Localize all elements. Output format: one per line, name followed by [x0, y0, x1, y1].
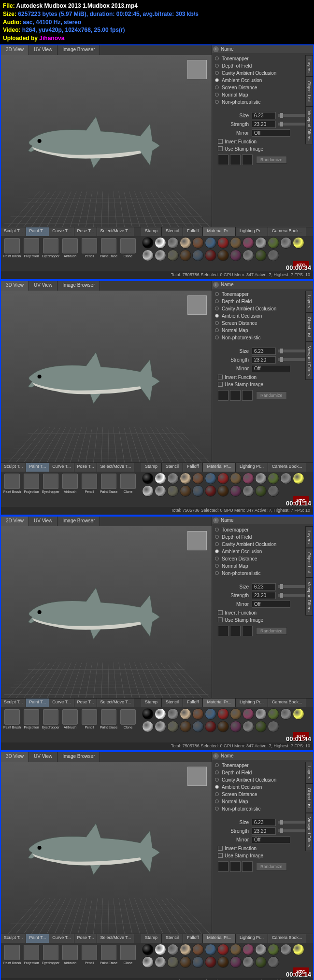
material-swatch[interactable] — [243, 956, 254, 968]
swatch-tab[interactable]: Material Pr... — [203, 463, 236, 472]
material-swatch[interactable] — [205, 708, 216, 720]
view-tab[interactable]: UV View — [29, 752, 57, 762]
material-swatch[interactable] — [230, 708, 242, 720]
tool-tab[interactable]: Pose T... — [74, 699, 98, 707]
filter-item[interactable]: Depth of Field — [212, 533, 313, 541]
material-swatch[interactable] — [155, 237, 166, 249]
material-swatch[interactable] — [217, 956, 229, 968]
filter-item[interactable]: Cavity Ambient Occlusion — [212, 541, 313, 548]
tool-tab[interactable]: Curve T... — [49, 699, 74, 707]
material-swatch[interactable] — [142, 473, 154, 484]
invert-checkbox[interactable] — [218, 846, 223, 851]
material-swatch[interactable] — [280, 237, 292, 249]
material-swatch[interactable] — [205, 250, 216, 261]
swatch-tab[interactable]: Falloff — [183, 227, 203, 236]
swatch-tab[interactable]: Stamp — [141, 699, 162, 707]
swatch-tab[interactable]: Stencil — [162, 934, 183, 943]
filter-item[interactable]: Depth of Field — [212, 62, 313, 70]
filter-item[interactable]: Non-photorealistic — [212, 334, 313, 341]
tool-button[interactable]: Paint Erase — [100, 945, 118, 976]
invert-checkbox[interactable] — [218, 610, 223, 615]
view-cube-gizmo[interactable] — [187, 295, 207, 315]
material-swatch[interactable] — [205, 944, 216, 955]
swatch-tab[interactable]: Falloff — [183, 934, 203, 943]
material-swatch[interactable] — [205, 956, 216, 968]
size-input[interactable]: 6.23 — [252, 112, 276, 119]
view-cube-gizmo[interactable] — [187, 531, 207, 550]
material-swatch[interactable] — [293, 944, 304, 955]
tool-tab[interactable]: Sculpt T... — [1, 934, 26, 943]
material-swatch[interactable] — [167, 721, 179, 732]
stamp-checkbox[interactable] — [218, 146, 223, 151]
material-swatch[interactable] — [243, 944, 254, 955]
filter-item[interactable]: Screen Distance — [212, 791, 313, 798]
swatch-tab[interactable]: Material Pr... — [203, 227, 236, 236]
tool-tab[interactable]: Pose T... — [74, 463, 98, 472]
side-tab[interactable]: Object List — [305, 312, 313, 342]
material-swatch[interactable] — [180, 956, 191, 968]
material-swatch[interactable] — [268, 708, 279, 720]
swatch-tab[interactable]: Camera Book... — [268, 699, 307, 707]
tool-tab[interactable]: Pose T... — [74, 934, 98, 943]
material-swatch[interactable] — [255, 485, 267, 497]
material-swatch[interactable] — [217, 708, 229, 720]
stamp-thumb[interactable] — [218, 626, 228, 636]
material-swatch[interactable] — [230, 237, 242, 249]
swatch-tab[interactable]: Stamp — [141, 227, 162, 236]
filter-item[interactable]: Cavity Ambient Occlusion — [212, 70, 313, 77]
filter-item[interactable]: Normal Map — [212, 91, 313, 98]
tool-button[interactable]: Clone — [119, 474, 137, 505]
material-swatch[interactable] — [192, 473, 204, 484]
material-swatch[interactable] — [192, 956, 204, 968]
material-swatch[interactable] — [280, 944, 292, 955]
3d-viewport[interactable] — [1, 526, 212, 698]
stamp-thumb[interactable] — [230, 861, 241, 872]
tool-tab[interactable]: Paint T... — [26, 227, 49, 236]
stamp-thumb[interactable] — [230, 390, 241, 401]
strength-input[interactable]: 23.20 — [252, 121, 276, 128]
stamp-thumb[interactable] — [242, 390, 253, 401]
view-tab[interactable]: Image Browser — [57, 752, 100, 762]
tool-tab[interactable]: Curve T... — [49, 934, 74, 943]
material-swatch[interactable] — [180, 485, 191, 497]
material-swatch[interactable] — [230, 473, 242, 484]
filter-item[interactable]: Non-photorealistic — [212, 98, 313, 106]
material-swatch[interactable] — [255, 708, 267, 720]
tool-button[interactable]: Airbrush — [61, 238, 79, 269]
material-swatch[interactable] — [192, 237, 204, 249]
material-swatch[interactable] — [155, 956, 166, 968]
material-swatch[interactable] — [230, 956, 242, 968]
tool-button[interactable]: Projection — [22, 709, 41, 741]
filter-item[interactable]: Tonemapper — [212, 526, 313, 533]
side-tab[interactable]: Layers — [305, 762, 313, 784]
material-swatch[interactable] — [205, 473, 216, 484]
filter-item[interactable]: Ambient Occlusion — [212, 784, 313, 791]
stamp-thumb[interactable] — [230, 154, 241, 165]
mirror-select[interactable]: Off — [252, 836, 290, 843]
tool-tab[interactable]: Paint T... — [26, 463, 49, 472]
view-tab[interactable]: UV View — [29, 517, 57, 526]
tool-button[interactable]: Paint Erase — [100, 474, 118, 505]
material-swatch[interactable] — [155, 250, 166, 261]
material-swatch[interactable] — [192, 250, 204, 261]
tool-tab[interactable]: Paint T... — [26, 699, 49, 707]
material-swatch[interactable] — [167, 708, 179, 720]
stamp-thumb[interactable] — [218, 861, 228, 872]
material-swatch[interactable] — [180, 708, 191, 720]
material-swatch[interactable] — [230, 250, 242, 261]
material-swatch[interactable] — [243, 237, 254, 249]
size-input[interactable]: 6.23 — [252, 348, 276, 355]
filter-item[interactable]: Cavity Ambient Occlusion — [212, 776, 313, 784]
tool-tab[interactable]: Select/Move T... — [97, 227, 134, 236]
tool-tab[interactable]: Select/Move T... — [97, 934, 134, 943]
material-swatch[interactable] — [243, 485, 254, 497]
material-swatch[interactable] — [167, 485, 179, 497]
tool-button[interactable]: Paint Erase — [100, 238, 118, 269]
shark-model[interactable] — [22, 98, 170, 184]
3d-viewport[interactable] — [1, 762, 212, 934]
material-swatch[interactable] — [268, 956, 279, 968]
filter-item[interactable]: Ambient Occlusion — [212, 77, 313, 84]
view-tab[interactable]: UV View — [29, 281, 57, 291]
material-swatch[interactable] — [192, 708, 204, 720]
strength-input[interactable]: 23.20 — [252, 356, 276, 364]
